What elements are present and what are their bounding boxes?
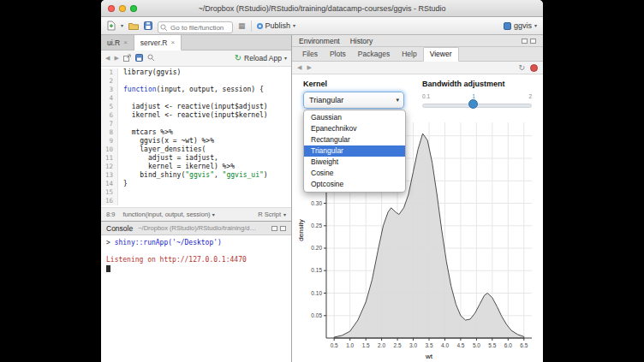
console-tab[interactable]: Console [106,224,133,233]
line-number: 11 [101,154,118,163]
right-column: Environment History Files Plots Packages… [292,35,543,362]
new-file-button[interactable] [107,20,116,32]
dropdown-option[interactable]: Cosine [304,168,405,179]
source-editor-pane: ui.R × server.R × ◀ ▶ [101,35,291,222]
rstudio-window: ~/Dropbox (RStudio)/RStudio/training/dat… [101,0,543,362]
refresh-icon[interactable]: ↻ [518,64,525,72]
tab-plots[interactable]: Plots [324,48,352,61]
tab-files[interactable]: Files [296,48,324,61]
environment-history-tabbar: Environment History [292,35,543,47]
minimize-pane-icon[interactable] [522,39,528,44]
code-line: 16 [101,197,291,205]
title-bar: ~/Dropbox (RStudio)/RStudio/training/dat… [101,0,543,17]
maximize-pane-icon[interactable] [280,226,286,231]
console-input-line[interactable] [106,264,286,275]
code-editor[interactable]: 1library(ggvis)23function(input, output,… [101,67,291,207]
maximize-pane-icon[interactable] [530,39,536,44]
svg-text:wt: wt [425,353,433,360]
tab-environment[interactable]: Environment [299,37,340,45]
console-line [106,247,286,256]
save-button[interactable] [144,20,152,32]
code-line: 10 layer_densities( [101,145,291,154]
line-number: 1 [101,68,118,77]
popout-source-button[interactable] [123,54,131,63]
stop-app-button[interactable] [530,64,538,72]
line-number: 4 [101,94,118,103]
traffic-lights [108,5,137,12]
back-icon[interactable]: ◀ [105,55,110,62]
goto-file-input[interactable] [158,21,233,33]
code-line: 9 ggvis(x = ~wt) %>% [101,137,291,145]
close-tab-icon[interactable]: × [123,39,128,46]
svg-text:0.15: 0.15 [311,267,322,273]
file-type-selector[interactable]: R Script ▾ [258,211,286,218]
slider-value-label: 1 [472,93,475,99]
viewer-forward-icon[interactable]: ▶ [307,64,311,71]
addins-button[interactable]: ▦ [238,20,246,32]
console-body[interactable]: > shiny::runApp('~/Desktop')Listening on… [101,235,291,362]
left-column: ui.R × server.R × ◀ ▶ [101,35,292,362]
code-line: 12 kernel = ikernel) %>% [101,163,291,171]
tab-viewer[interactable]: Viewer [423,47,459,62]
code-line: 11 adjust = iadjust, [101,154,291,163]
close-tab-icon[interactable]: × [170,39,175,46]
dropdown-option[interactable]: Rectangular [304,134,405,145]
dropdown-option[interactable]: Epanechnikov [304,123,405,134]
project-menu-button[interactable]: ggvis ▾ [504,21,537,30]
line-number: 10 [101,145,118,154]
kernel-select[interactable]: Triangular ▾ [303,92,404,109]
viewer-back-icon[interactable]: ◀ [297,64,301,71]
svg-text:6.0: 6.0 [504,342,512,348]
svg-text:6.5: 6.5 [520,342,528,348]
svg-text:0.25: 0.25 [311,223,322,228]
svg-text:0.5: 0.5 [331,342,338,348]
save-icon [144,21,152,30]
line-number: 9 [101,137,118,145]
console-working-directory: ~/Dropbox (RStudio)/RStudio/training/dat… [138,224,258,232]
code-line: 15 [101,188,291,197]
dropdown-option[interactable]: Biweight [304,157,405,168]
find-in-file-button[interactable] [147,54,155,63]
file-type-caret-icon: ▾ [283,212,286,217]
publish-button[interactable]: Publish ▾ [257,21,296,30]
scope-label: function(input, output, session) [122,211,210,218]
svg-text:1.5: 1.5 [362,342,370,348]
minimize-pane-icon[interactable] [271,226,277,231]
tab-server-r[interactable]: server.R × [134,35,182,50]
tab-packages[interactable]: Packages [352,48,396,61]
dropdown-option[interactable]: Triangular [304,145,405,157]
dropdown-option[interactable]: Optcosine [304,179,405,190]
slider-min-label: 0.1 [422,93,430,99]
file-type-label: R Script [258,211,281,218]
code-line: 7 [101,120,291,128]
tab-ui-r[interactable]: ui.R × [101,35,134,50]
tab-help[interactable]: Help [396,48,422,61]
kernel-label: Kernel [303,80,327,88]
scope-selector[interactable]: function(input, output, session) ▾ [122,211,214,218]
reload-app-button[interactable]: ↻ Reload App ▾ [235,54,287,62]
forward-icon[interactable]: ▶ [114,55,118,62]
svg-text:2.0: 2.0 [378,342,385,348]
new-file-caret-icon[interactable]: ▾ [121,23,123,28]
main-toolbar: ▾ ▦ Publish ▾ ggvis [101,17,543,35]
svg-text:0.10: 0.10 [311,290,322,296]
bandwidth-slider[interactable]: 0.1 2 1 [422,95,532,117]
text-cursor [106,265,110,272]
line-number: 15 [101,188,118,197]
tab-history[interactable]: History [350,37,373,45]
editor-tabstrip: ui.R × server.R × [101,35,291,50]
save-icon [135,54,143,62]
save-source-button[interactable] [135,54,143,63]
close-window-button[interactable] [108,5,115,12]
line-number: 8 [101,128,118,137]
open-file-button[interactable] [128,20,139,32]
svg-text:4.5: 4.5 [456,342,464,348]
minimize-window-button[interactable] [119,5,126,12]
window-title: ~/Dropbox (RStudio)/RStudio/training/dat… [101,0,543,17]
goto-file-search [158,18,233,34]
svg-text:density: density [297,219,305,240]
console-pane: Console ~/Dropbox (RStudio)/RStudio/trai… [101,222,291,362]
viewer-toolbar: ◀ ▶ ↻ [292,62,543,74]
dropdown-option[interactable]: Gaussian [304,112,405,123]
zoom-window-button[interactable] [130,5,137,12]
